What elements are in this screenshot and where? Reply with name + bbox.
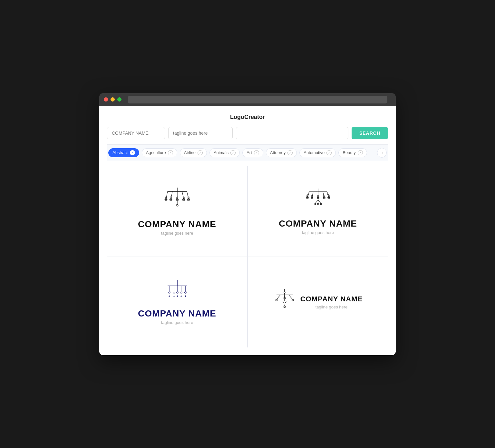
- check-icon-automotive: ✓: [326, 150, 332, 155]
- svg-line-73: [277, 295, 280, 299]
- logo-card-1[interactable]: COMPANY NAME tagline goes here: [107, 166, 247, 257]
- logo-card-4[interactable]: COMPANY NAME tagline goes here: [248, 257, 388, 347]
- logo-icon-3: [164, 279, 190, 303]
- logo-text-group-4: COMPANY NAME tagline goes here: [300, 295, 363, 309]
- svg-point-80: [284, 306, 285, 308]
- check-icon-airline: ✓: [198, 150, 203, 155]
- close-button[interactable]: [104, 97, 108, 102]
- svg-point-51: [320, 203, 322, 205]
- filter-next-arrow[interactable]: →: [377, 148, 387, 158]
- tagline-input[interactable]: [168, 127, 233, 139]
- svg-line-48: [318, 200, 321, 203]
- logo-inline-layout: COMPANY NAME tagline goes here: [273, 288, 363, 316]
- logo-company-name-2: COMPANY NAME: [279, 219, 357, 229]
- filter-bar: Abstract✓Agriculture✓Airline✓Animals✓Art…: [107, 144, 388, 161]
- filter-label-attorney: Attorney: [270, 150, 286, 155]
- search-bar: SEARCH: [107, 127, 388, 139]
- check-icon-attorney: ✓: [287, 150, 293, 155]
- logo-tagline-2: tagline goes here: [302, 230, 334, 235]
- check-icon-agriculture: ✓: [168, 150, 173, 155]
- logo-card-3[interactable]: COMPANY NAME tagline goes here: [107, 257, 247, 347]
- app-container: LogoCreator SEARCH Abstract✓Agriculture✓…: [99, 106, 396, 355]
- svg-line-74: [289, 295, 293, 299]
- browser-titlebar: [99, 93, 396, 106]
- logo-company-name-1: COMPANY NAME: [138, 219, 216, 229]
- filter-chip-airline[interactable]: Airline✓: [180, 148, 207, 157]
- svg-point-50: [315, 203, 316, 205]
- address-bar[interactable]: [128, 96, 387, 103]
- svg-point-64: [169, 296, 170, 297]
- filter-chip-art[interactable]: Art✓: [242, 148, 263, 157]
- logo-icon-1: [161, 187, 193, 214]
- svg-point-49: [317, 203, 319, 205]
- minimize-button[interactable]: [111, 97, 115, 102]
- filter-chip-beauty[interactable]: Beauty✓: [338, 148, 367, 157]
- logo-tagline-1: tagline goes here: [161, 231, 193, 236]
- svg-point-66: [177, 296, 178, 297]
- logo-card-2[interactable]: COMPANY NAME tagline goes here: [248, 166, 388, 257]
- check-icon-art: ✓: [254, 150, 259, 155]
- logo-tagline-3: tagline goes here: [161, 320, 193, 325]
- maximize-button[interactable]: [117, 97, 121, 102]
- browser-window: LogoCreator SEARCH Abstract✓Agriculture✓…: [99, 93, 396, 355]
- search-button[interactable]: SEARCH: [352, 127, 388, 139]
- check-icon-abstract: ✓: [130, 150, 135, 155]
- logo-company-name-4: COMPANY NAME: [300, 295, 363, 303]
- app-title: LogoCreator: [107, 114, 388, 121]
- svg-point-67: [180, 296, 181, 297]
- filter-chip-attorney[interactable]: Attorney✓: [266, 148, 297, 157]
- filter-label-animals: Animals: [214, 150, 228, 155]
- filter-label-abstract: Abstract: [112, 150, 128, 155]
- svg-point-75: [276, 299, 277, 301]
- check-icon-beauty: ✓: [358, 150, 363, 155]
- check-icon-animals: ✓: [230, 150, 236, 155]
- filter-label-beauty: Beauty: [343, 150, 355, 155]
- svg-point-76: [292, 299, 293, 301]
- filter-label-agriculture: Agriculture: [146, 150, 166, 155]
- logo-icon-4: [273, 288, 296, 311]
- filter-chip-animals[interactable]: Animals✓: [209, 148, 240, 157]
- company-name-input[interactable]: [107, 127, 165, 139]
- filter-chip-automotive[interactable]: Automotive✓: [299, 148, 336, 157]
- svg-point-70: [284, 292, 285, 293]
- filter-label-art: Art: [247, 150, 252, 155]
- filter-label-airline: Airline: [184, 150, 196, 155]
- filter-label-automotive: Automotive: [304, 150, 325, 155]
- filter-chip-agriculture[interactable]: Agriculture✓: [142, 148, 177, 157]
- svg-line-47: [315, 200, 318, 203]
- svg-point-65: [173, 296, 174, 297]
- logo-grid: COMPANY NAME tagline goes here: [107, 166, 388, 347]
- logo-tagline-4: tagline goes here: [300, 305, 363, 309]
- browser-content: LogoCreator SEARCH Abstract✓Agriculture✓…: [99, 106, 396, 355]
- svg-point-68: [185, 296, 186, 297]
- filter-chip-abstract[interactable]: Abstract✓: [108, 148, 139, 157]
- extra-input[interactable]: [236, 127, 348, 139]
- logo-company-name-3: COMPANY NAME: [138, 308, 216, 319]
- logo-icon-2: [304, 188, 333, 213]
